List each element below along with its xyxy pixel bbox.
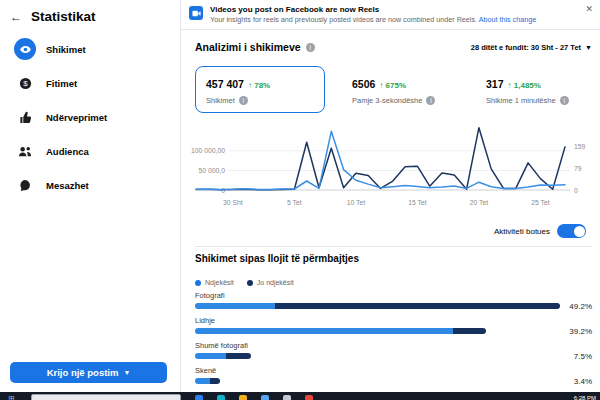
analysis-header: Analizimi i shikimeve i	[195, 41, 315, 53]
toggle-knob	[574, 226, 585, 237]
create-post-label: Krijo një postim	[47, 367, 119, 378]
right-axis-tick: 79	[574, 165, 582, 172]
sidebar-item-label: Fitimet	[46, 78, 77, 89]
legend-dot-icon	[195, 280, 201, 286]
content-type-label: Skenë	[195, 365, 592, 376]
right-axis-tick: 0	[574, 187, 578, 194]
metric-value: 6506	[352, 78, 375, 90]
bar-segment-jo-ndjekesit	[226, 353, 251, 359]
metric-card[interactable]: 457 407↑ 78%Shikimeti	[195, 66, 325, 113]
legend-item[interactable]: Jo ndjekësit	[247, 279, 294, 286]
create-post-button[interactable]: Krijo një postim ▼	[10, 362, 167, 383]
eye-icon	[14, 38, 36, 60]
bar-segment-ndjekesit	[195, 303, 275, 309]
banner-text: Videos you post on Facebook are now Reel…	[210, 5, 536, 24]
app-icon-blue[interactable]	[195, 395, 203, 400]
legend-dot-icon	[247, 280, 253, 286]
sidebar-item-label: Mesazhet	[46, 180, 89, 191]
metric-card[interactable]: 6506↑ 675%Pamje 3-sekondëshei	[341, 66, 459, 113]
start-button-icon[interactable]: ⊞	[8, 394, 17, 400]
content-type-bar	[195, 328, 486, 334]
chevron-down-icon: ▼	[123, 369, 130, 376]
content-type-bar-line: 39.2%	[195, 327, 592, 335]
info-icon[interactable]: i	[426, 96, 435, 105]
sidebar-item-label: Audienca	[46, 146, 89, 157]
bar-segment-ndjekesit	[195, 328, 453, 334]
about-change-link[interactable]: About this change	[479, 15, 537, 24]
message-icon	[14, 174, 36, 196]
content-type-bar-line: 7.5%	[195, 352, 592, 360]
info-icon[interactable]: i	[306, 43, 315, 52]
content-type-bars: Fotografi49.2%Lidhje39.2%Shumë fotografi…	[195, 290, 592, 400]
app-icon-teal[interactable]	[217, 395, 225, 400]
x-axis-tick: 10 Tet	[347, 199, 366, 206]
content-type-label: Fotografi	[195, 290, 592, 301]
bar-segment-jo-ndjekesit	[210, 378, 220, 384]
bar-segment-ndjekesit	[195, 353, 226, 359]
analysis-title: Analizimi i shikimeve	[195, 41, 301, 53]
metric-card[interactable]: 317↑ 1,485%Shikime 1 minutëshei	[475, 66, 593, 113]
sidebar-header: ← Statistikat	[0, 0, 180, 30]
app-icon-gray[interactable]	[283, 395, 291, 400]
metric-label: Shikime 1 minutëshe	[486, 96, 556, 105]
app-icon-yellow[interactable]	[239, 395, 247, 400]
taskbar-search-input[interactable]	[31, 394, 181, 400]
sidebar-item-label: Shikimet	[46, 44, 86, 55]
metric-value-row: 317↑ 1,485%	[486, 74, 582, 92]
right-axis-tick: 159	[574, 143, 586, 150]
dollar-icon: $	[14, 72, 36, 94]
banner-title: Videos you post on Facebook are now Reel…	[210, 5, 536, 14]
sidebar-item-shikimet[interactable]: Shikimet	[6, 34, 174, 64]
date-range-selector[interactable]: 28 ditët e fundit: 30 Sht - 27 Tet ▼	[471, 43, 592, 52]
sidebar-item-ndërveprimet[interactable]: Ndërveprimet	[6, 102, 174, 132]
sidebar-nav: Shikimet$FitimetNdërveprimetAudiencaMesa…	[0, 34, 180, 200]
metric-label: Shikimet	[206, 96, 235, 105]
content-type-row: Skenë3.4%	[195, 365, 592, 385]
content-type-label: Shumë fotografi	[195, 340, 592, 351]
sidebar: ← Statistikat Shikimet$FitimetNdërveprim…	[0, 0, 181, 392]
content-type-label: Lidhje	[195, 315, 592, 326]
section-divider	[195, 246, 592, 247]
x-axis-tick: 30 Sht	[223, 199, 243, 206]
clock[interactable]: 6:28 PM	[574, 394, 596, 400]
metric-label-row: Shikime 1 minutëshei	[486, 96, 582, 105]
metric-value-row: 457 407↑ 78%	[206, 74, 314, 92]
legend-label: Ndjekësit	[205, 279, 234, 286]
content-type-row: Lidhje39.2%	[195, 315, 592, 335]
x-axis-tick: 25 Tet	[531, 199, 550, 206]
views-line-chart: 100 000,0050 000,0015979030 Sht5 Tet10 T…	[181, 118, 600, 218]
sidebar-item-fitimet[interactable]: $Fitimet	[6, 68, 174, 98]
insights-screen: ← Statistikat Shikimet$FitimetNdërveprim…	[0, 0, 600, 400]
x-axis-tick: 15 Tet	[408, 199, 427, 206]
reels-banner: Videos you post on Facebook are now Reel…	[181, 0, 600, 30]
page-title: Statistikat	[31, 9, 96, 24]
back-arrow-icon[interactable]: ←	[10, 10, 22, 24]
svg-text:$: $	[23, 79, 28, 88]
app-icon-lightblue[interactable]	[261, 395, 269, 400]
content-type-row: Shumë fotografi7.5%	[195, 340, 592, 360]
people-icon	[14, 140, 36, 162]
metric-delta: ↑ 675%	[379, 81, 406, 90]
legend-item[interactable]: Ndjekësit	[195, 279, 234, 286]
thumb-icon	[14, 106, 36, 128]
close-icon[interactable]: ✕	[585, 4, 593, 14]
sidebar-item-mesazhet[interactable]: Mesazhet	[6, 170, 174, 200]
content-type-value: 7.5%	[574, 352, 592, 361]
bar-segment-jo-ndjekesit	[275, 303, 560, 309]
content-type-bar-line: 3.4%	[195, 377, 592, 385]
metric-label-row: Pamje 3-sekondëshei	[352, 96, 448, 105]
app-icon-red[interactable]	[305, 395, 313, 400]
content-type-bar	[195, 378, 220, 384]
info-icon[interactable]: i	[560, 96, 569, 105]
metric-value-row: 6506↑ 675%	[352, 74, 448, 92]
content-type-bar	[195, 303, 560, 309]
sidebar-item-audienca[interactable]: Audienca	[6, 136, 174, 166]
content-types-title: Shikimet sipas llojit të përmbajtjes	[195, 253, 359, 264]
publish-activity-toggle[interactable]	[557, 224, 586, 238]
windows-taskbar: ⊞6:28 PM	[0, 392, 600, 400]
info-icon[interactable]: i	[239, 96, 248, 105]
metric-label-row: Shikimeti	[206, 96, 314, 105]
content-type-bar-line: 49.2%	[195, 302, 592, 310]
metric-delta: ↑ 1,485%	[508, 81, 541, 90]
bar-segment-jo-ndjekesit	[453, 328, 486, 334]
